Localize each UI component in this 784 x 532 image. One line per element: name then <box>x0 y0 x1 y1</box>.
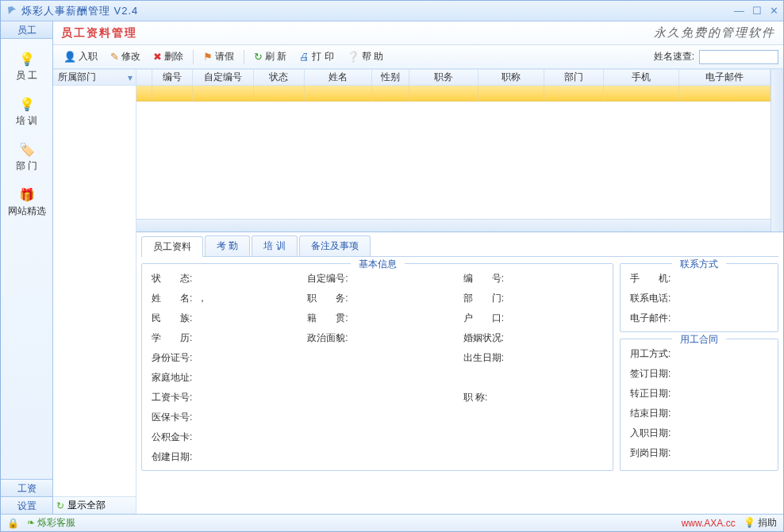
contract-group: 用工合同 用工方式: 签订日期: 转正日期: 结束日期: 入职日期: 到岗日期: <box>620 339 778 471</box>
lbl-created: 创建日期: <box>152 450 603 464</box>
lbl-med-card: 医保卡号: <box>152 411 603 424</box>
tag-icon: 🏷️ <box>19 142 35 157</box>
tab-training[interactable]: 培 训 <box>252 235 297 256</box>
site-link[interactable]: www.AXA.cc <box>682 518 736 529</box>
edit-icon: ✎ <box>110 51 119 63</box>
col-header[interactable]: 职称 <box>478 70 544 85</box>
lbl-native: 籍 贯: <box>307 312 447 325</box>
help-button[interactable]: ❔ 帮 助 <box>341 48 389 66</box>
row-selector-header[interactable] <box>136 70 152 85</box>
statusbar: 🔒 ❧ 烁彩客服 www.AXA.cc 💡 捐助 <box>1 514 783 531</box>
slogan: 永久免费的管理软件 <box>654 25 775 40</box>
lbl-politics: 政治面貌: <box>307 331 447 345</box>
donate-button[interactable]: 💡 捐助 <box>744 516 777 530</box>
minimize-icon[interactable]: — <box>734 5 744 17</box>
col-header[interactable]: 自定编号 <box>193 70 254 85</box>
refresh-icon: ↻ <box>254 51 263 63</box>
bulb-icon: 💡 <box>744 517 755 528</box>
refresh-icon: ↻ <box>56 500 64 511</box>
sidebar-item-department[interactable]: 🏷️ 部 门 <box>1 136 52 181</box>
lbl-phone: 联系电话: <box>630 292 768 305</box>
legend: 基本信息 <box>351 258 405 271</box>
search-label: 姓名速查: <box>654 50 694 63</box>
btn-label: 刷 新 <box>265 50 286 63</box>
table-row[interactable] <box>136 86 771 101</box>
lbl-idcard: 身份证号: <box>152 351 448 365</box>
lbl-emp-type: 用工方式: <box>630 347 768 361</box>
lbl-regular-date: 转正日期: <box>630 387 768 400</box>
legend: 用工合同 <box>672 333 726 346</box>
legend: 联系方式 <box>672 258 726 271</box>
contact-group: 联系方式 手 机: 联系电话: 电子邮件: <box>620 263 778 332</box>
detail-tabs: 员工资料 考 勤 培 训 备注及事项 <box>141 235 778 257</box>
col-header[interactable]: 状态 <box>254 70 304 85</box>
lbl-birth: 出生日期: <box>463 351 603 365</box>
search-input[interactable] <box>699 50 778 64</box>
help-icon: ❔ <box>347 51 359 63</box>
col-header[interactable]: 部门 <box>544 70 604 85</box>
v-scrollbar[interactable] <box>771 70 783 232</box>
btn-label: 请假 <box>215 50 234 63</box>
service-link[interactable]: ❧ 烁彩客服 <box>27 516 75 530</box>
lbl-marriage: 婚姻状况: <box>463 331 603 345</box>
separator <box>193 50 194 64</box>
user-add-icon: 👤 <box>63 51 76 63</box>
sidebar-item-website[interactable]: 🎁 网站精选 <box>1 181 52 226</box>
print-button[interactable]: 🖨 打 印 <box>294 48 339 66</box>
sidebar: 员工 💡 员 工 💡 培 训 🏷️ 部 门 🎁 网站精选 工资 设置 <box>1 21 53 514</box>
tab-profile[interactable]: 员工资料 <box>141 236 203 257</box>
col-header[interactable]: 性别 <box>372 70 409 85</box>
lbl-hukou: 户 口: <box>463 312 603 325</box>
lbl-sign-date: 签订日期: <box>630 367 768 381</box>
lbl-hire-date: 入职日期: <box>630 427 768 440</box>
app-title: 烁彩人事薪酬管理 V2.4 <box>21 4 138 18</box>
sidebar-item-employee[interactable]: 💡 员 工 <box>1 45 52 90</box>
sidebar-item-training[interactable]: 💡 培 训 <box>1 90 52 136</box>
onboard-button[interactable]: 👤 入职 <box>58 48 103 66</box>
lbl-edu: 学 历: <box>152 331 291 345</box>
lbl-ethnic: 民 族: <box>152 312 291 325</box>
gift-icon: 🎁 <box>19 187 35 202</box>
refresh-button[interactable]: ↻ 刷 新 <box>248 48 292 66</box>
sidebar-item-label: 网站精选 <box>8 205 46 218</box>
lbl-email: 电子邮件: <box>630 312 768 325</box>
col-header[interactable]: 姓名 <box>305 70 372 85</box>
col-header[interactable]: 职务 <box>409 70 478 85</box>
employee-grid[interactable]: 编号 自定编号 状态 姓名 性别 职务 职称 部门 手机 电子邮件 <box>136 70 771 232</box>
bulb-icon: 💡 <box>19 52 35 67</box>
sidebar-active-tab[interactable]: 员工 <box>1 21 52 39</box>
sidebar-tab-salary[interactable]: 工资 <box>1 479 52 496</box>
edit-button[interactable]: ✎ 修改 <box>105 48 146 66</box>
lbl-mobile: 手 机: <box>630 272 768 285</box>
col-header[interactable]: 手机 <box>604 70 679 85</box>
lbl-arrive-date: 到岗日期: <box>630 446 768 460</box>
dept-tree[interactable] <box>53 86 136 496</box>
col-header[interactable]: 电子邮件 <box>679 70 771 85</box>
h-scrollbar[interactable] <box>136 219 771 232</box>
lbl-custom-no: 自定编号: <box>307 272 447 285</box>
page-title: 员工资料管理 <box>61 26 137 40</box>
tab-notes[interactable]: 备注及事项 <box>299 235 371 256</box>
lbl-name: 姓 名: ， <box>152 292 291 305</box>
bulb-icon: 💡 <box>19 97 35 112</box>
dept-panel: 所属部门 ▾ ↻ 显示全部 <box>53 70 136 514</box>
sidebar-tab-settings[interactable]: 设置 <box>1 496 52 514</box>
maximize-icon[interactable]: ☐ <box>752 5 762 17</box>
delete-button[interactable]: ✖ 删除 <box>148 48 189 66</box>
lbl-status: 状 态: <box>152 272 291 285</box>
dept-panel-header: 所属部门 ▾ <box>53 70 136 86</box>
tab-attendance[interactable]: 考 勤 <box>205 235 250 256</box>
sidebar-item-label: 培 训 <box>16 114 37 128</box>
donate-label: 捐助 <box>758 517 777 528</box>
dept-panel-title: 所属部门 <box>58 71 96 84</box>
col-header[interactable]: 编号 <box>152 70 193 85</box>
btn-label: 帮 助 <box>362 50 383 63</box>
leave-button[interactable]: ⚑ 请假 <box>198 48 240 66</box>
show-all-button[interactable]: ↻ 显示全部 <box>53 496 136 514</box>
delete-icon: ✖ <box>153 51 162 63</box>
lock-icon[interactable]: 🔒 <box>7 518 19 529</box>
lbl-salary-card: 工资卡号: <box>152 391 448 404</box>
sidebar-item-label: 员 工 <box>16 69 37 82</box>
chevron-down-icon[interactable]: ▾ <box>128 72 133 83</box>
close-icon[interactable]: ✕ <box>770 5 778 17</box>
